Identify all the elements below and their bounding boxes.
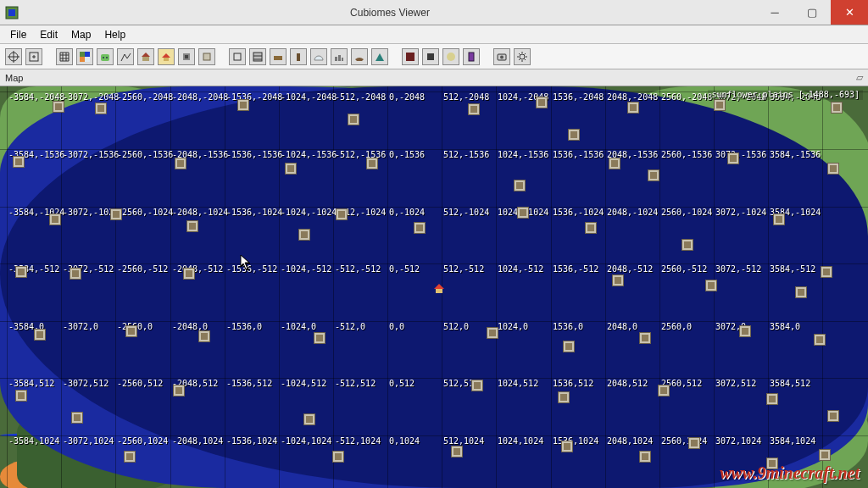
village-icon[interactable] (414, 222, 426, 234)
minimize-button[interactable]: ─ (756, 0, 793, 25)
village-icon[interactable] (609, 158, 620, 169)
village-icon[interactable] (639, 332, 651, 344)
window-buttons: ─ ▢ ✕ (756, 0, 868, 25)
structures-button[interactable] (137, 48, 154, 65)
village-icon[interactable] (53, 101, 64, 113)
village-icon[interactable] (819, 449, 831, 461)
menu-edit[interactable]: Edit (33, 27, 64, 42)
village-icon[interactable] (237, 99, 249, 111)
village-icon[interactable] (585, 222, 597, 234)
village-icon[interactable] (468, 103, 480, 115)
village-icon[interactable] (70, 268, 81, 280)
village-icon[interactable] (314, 332, 326, 344)
village-icon[interactable] (15, 266, 27, 278)
village-icon[interactable] (561, 441, 573, 452)
village-icon[interactable] (536, 97, 548, 108)
village-icon[interactable] (705, 280, 717, 291)
village-icon[interactable] (714, 99, 726, 111)
menu-file[interactable]: File (3, 27, 33, 42)
stronghold-button[interactable] (178, 48, 195, 65)
village-icon[interactable] (298, 229, 310, 241)
ruin-button[interactable] (331, 48, 348, 65)
village-icon[interactable] (827, 163, 839, 175)
village-icon[interactable] (332, 451, 344, 463)
mineshaft-button[interactable] (270, 48, 287, 65)
menu-map[interactable]: Map (64, 27, 97, 42)
svg-point-13 (103, 57, 104, 58)
village-icon[interactable] (688, 437, 700, 449)
village-icon[interactable] (558, 391, 570, 403)
nether-button[interactable] (402, 48, 419, 65)
village-icon[interactable] (71, 412, 83, 424)
end-button[interactable] (442, 48, 459, 65)
village-icon[interactable] (336, 208, 348, 220)
village-icon[interactable] (183, 268, 195, 280)
village-icon[interactable] (795, 286, 807, 298)
village-icon[interactable] (487, 327, 498, 339)
village-icon[interactable] (814, 334, 826, 346)
village-icon[interactable] (563, 341, 575, 352)
village-icon[interactable] (514, 180, 526, 191)
village-icon[interactable] (34, 329, 46, 341)
shipwreck-button[interactable] (351, 48, 368, 65)
village-button[interactable] (198, 48, 215, 65)
map-tab-label[interactable]: Map (5, 73, 23, 83)
village-icon[interactable] (125, 325, 137, 337)
village-icon[interactable] (124, 451, 136, 463)
settings-button[interactable] (514, 48, 531, 65)
layers-button[interactable] (249, 48, 266, 65)
grid-button[interactable] (56, 48, 73, 65)
svg-rect-19 (203, 53, 210, 60)
menu-help[interactable]: Help (97, 27, 132, 42)
village-icon[interactable] (639, 451, 651, 463)
maximize-button[interactable]: ▢ (793, 0, 831, 25)
undock-button[interactable]: ▱ (856, 72, 863, 83)
village-icon[interactable] (648, 169, 659, 181)
village-icon[interactable] (517, 207, 529, 219)
svg-rect-25 (297, 53, 300, 61)
village-icon[interactable] (827, 410, 839, 422)
bastion-button[interactable] (422, 48, 439, 65)
village-icon[interactable] (773, 214, 785, 225)
village-icon[interactable] (451, 446, 463, 458)
village-icon[interactable] (173, 385, 185, 396)
village-icon[interactable] (175, 158, 186, 169)
screenshot-button[interactable] (493, 48, 510, 65)
village-icon[interactable] (627, 102, 639, 114)
biomes-button[interactable] (76, 48, 93, 65)
village-icon[interactable] (727, 152, 739, 164)
village-icon[interactable] (568, 129, 580, 141)
village-icon[interactable] (831, 102, 843, 114)
map-view[interactable]: -3584,-2048-3072,-2048-2560,-2048-2048,-… (0, 86, 868, 488)
spawn-icon[interactable] (433, 283, 445, 293)
village-icon[interactable] (198, 330, 210, 342)
close-button[interactable]: ✕ (831, 0, 868, 25)
village-icon[interactable] (49, 214, 61, 225)
village-icon[interactable] (821, 266, 832, 278)
village-icon[interactable] (348, 114, 359, 125)
goto-origin-button[interactable] (5, 48, 22, 65)
village-icon[interactable] (658, 385, 670, 396)
village-icon[interactable] (95, 103, 107, 114)
portal-button[interactable] (463, 48, 480, 65)
village-icon[interactable] (186, 220, 198, 232)
village-icon[interactable] (612, 274, 624, 286)
ocean-monument-button[interactable] (371, 48, 388, 65)
village-icon[interactable] (366, 158, 378, 169)
outpost-button[interactable] (290, 48, 307, 65)
village-icon[interactable] (682, 239, 693, 251)
igloo-button[interactable] (310, 48, 327, 65)
spawn-button[interactable] (158, 48, 175, 65)
zoom-button[interactable] (25, 48, 42, 65)
slime-button[interactable] (97, 48, 114, 65)
square-button[interactable] (229, 48, 246, 65)
village-icon[interactable] (285, 163, 297, 175)
village-icon[interactable] (766, 393, 778, 405)
village-icon[interactable] (471, 380, 483, 391)
village-icon[interactable] (739, 325, 751, 337)
village-icon[interactable] (110, 208, 122, 220)
height-button[interactable] (117, 48, 134, 65)
village-icon[interactable] (15, 390, 27, 402)
village-icon[interactable] (13, 156, 25, 168)
village-icon[interactable] (303, 413, 315, 425)
